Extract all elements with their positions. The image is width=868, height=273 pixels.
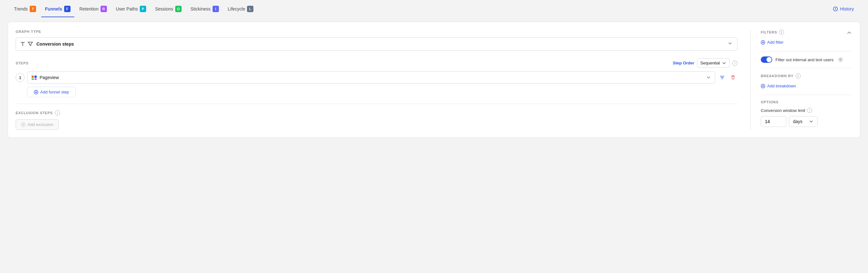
step-order-label: Step Order xyxy=(673,61,694,65)
add-step-plus-icon xyxy=(34,90,38,94)
svg-rect-2 xyxy=(34,76,37,78)
breakdown-title: BREAKDOWN BY xyxy=(761,74,794,78)
filters-header: FILTERS i xyxy=(761,30,852,35)
nav-label-sessions: Sessions xyxy=(155,6,173,11)
nav-label-trends: Trends xyxy=(14,6,28,11)
nav-badge-funnels: F xyxy=(64,6,70,12)
filters-section: FILTERS i Add filter Filter out internal… xyxy=(761,30,852,63)
add-exclusion-plus-icon xyxy=(21,123,26,127)
top-nav: Trends T Funnels F Retention R User Path… xyxy=(0,0,868,18)
nav-badge-stickiness: I xyxy=(213,6,219,12)
exclusion-header: EXCLUSION STEPS i xyxy=(16,110,738,115)
internal-users-toggle-row: Filter out internal and test users xyxy=(761,57,852,63)
nav-label-funnels: Funnels xyxy=(45,6,62,11)
window-unit-value: days xyxy=(793,119,803,124)
nav-item-stickiness[interactable]: Stickiness I xyxy=(187,4,223,14)
filters-title: FILTERS xyxy=(761,30,777,34)
panel: GRAPH TYPE ⊤ Conversion steps xyxy=(8,22,860,138)
exclusion-steps-section: EXCLUSION STEPS i Add exclusion xyxy=(16,110,738,130)
graph-type-selected: Conversion steps xyxy=(36,41,74,46)
internal-users-toggle[interactable] xyxy=(761,57,772,63)
graph-type-dropdown[interactable]: ⊤ Conversion steps xyxy=(16,37,738,51)
internal-users-label: Filter out internal and test users xyxy=(775,58,834,62)
window-unit-chevron-icon xyxy=(809,119,813,124)
add-exclusion-button: Add exclusion xyxy=(16,119,59,130)
step-order-value: Sequential xyxy=(701,61,720,65)
add-filter-button[interactable]: Add filter xyxy=(761,39,783,46)
breakdown-section: BREAKDOWN BY i Add breakdown xyxy=(761,73,852,90)
nav-badge-retention: R xyxy=(100,6,107,12)
nav-label-userpaths: User Paths xyxy=(116,6,138,11)
nav-badge-userpaths: P xyxy=(140,6,146,12)
nav-badge-sessions: O xyxy=(175,6,182,12)
nav-label-lifecycle: Lifecycle xyxy=(228,6,245,11)
graph-type-section: GRAPH TYPE ⊤ Conversion steps xyxy=(16,30,738,51)
breakdown-divider xyxy=(761,68,852,68)
history-clock-icon xyxy=(833,6,838,11)
graph-type-chevron-icon xyxy=(727,41,733,47)
add-funnel-step-button[interactable]: Add funnel step xyxy=(27,87,75,97)
add-exclusion-label: Add exclusion xyxy=(27,122,53,127)
add-filter-label: Add filter xyxy=(767,40,783,45)
left-section: GRAPH TYPE ⊤ Conversion steps xyxy=(16,30,738,130)
step-order-info-icon[interactable]: i xyxy=(733,61,738,66)
graph-type-left: ⊤ Conversion steps xyxy=(21,41,74,47)
step-1-event-name: Pageview xyxy=(39,75,59,80)
nav-item-retention[interactable]: Retention R xyxy=(75,4,111,14)
step-order-chevron-icon xyxy=(722,61,726,65)
main-content: GRAPH TYPE ⊤ Conversion steps xyxy=(0,18,868,145)
steps-title: STEPS xyxy=(16,61,28,65)
step-1-delete-button[interactable] xyxy=(728,73,738,82)
step-1-event-dropdown[interactable]: Pageview xyxy=(27,71,715,83)
exclusion-info-icon[interactable]: i xyxy=(55,110,60,115)
add-filter-plus-icon xyxy=(761,40,765,45)
pageview-event-icon xyxy=(31,75,37,80)
step-row-1: 1 Pageview xyxy=(16,71,738,83)
svg-point-8 xyxy=(840,59,841,61)
svg-rect-3 xyxy=(32,78,34,80)
step-1-actions xyxy=(718,73,738,82)
step-1-filter-button[interactable] xyxy=(718,73,726,82)
step-number-1: 1 xyxy=(16,73,25,82)
conversion-window-unit-dropdown[interactable]: days xyxy=(789,116,817,127)
nav-label-retention: Retention xyxy=(80,6,99,11)
conversion-window-info-icon[interactable]: i xyxy=(807,108,812,113)
nav-history-button[interactable]: History xyxy=(829,4,858,13)
nav-item-trends[interactable]: Trends T xyxy=(10,4,40,14)
collapse-button[interactable] xyxy=(846,30,852,37)
conversion-steps-icon xyxy=(27,41,33,47)
steps-section: STEPS Step Order Sequential i xyxy=(16,58,738,97)
add-breakdown-button[interactable]: Add breakdown xyxy=(761,82,796,90)
options-divider xyxy=(761,95,852,95)
graph-type-title: GRAPH TYPE xyxy=(16,30,738,33)
nav-item-userpaths[interactable]: User Paths P xyxy=(112,4,150,14)
settings-gear-icon[interactable] xyxy=(838,57,843,62)
step-1-chevron-icon xyxy=(706,75,711,80)
nav-label-stickiness: Stickiness xyxy=(190,6,211,11)
options-title: OPTIONS xyxy=(761,100,852,104)
svg-rect-1 xyxy=(32,76,34,78)
steps-divider xyxy=(16,104,738,104)
nav-item-funnels[interactable]: Funnels F xyxy=(41,4,74,14)
nav-item-sessions[interactable]: Sessions O xyxy=(151,4,185,14)
svg-rect-4 xyxy=(34,78,37,80)
add-breakdown-label: Add breakdown xyxy=(767,83,796,88)
nav-item-lifecycle[interactable]: Lifecycle L xyxy=(224,4,257,14)
funnel-filter-icon: ⊤ xyxy=(21,41,25,47)
nav-badge-lifecycle: L xyxy=(247,6,253,12)
window-inputs: days xyxy=(761,116,852,127)
add-step-label: Add funnel step xyxy=(40,90,69,94)
step-order-area: Step Order Sequential i xyxy=(673,58,738,68)
add-breakdown-plus-icon xyxy=(761,84,765,88)
nav-badge-trends: T xyxy=(30,6,36,12)
right-section: FILTERS i Add filter Filter out internal… xyxy=(750,30,852,130)
conversion-window-label: Conversion window limit i xyxy=(761,108,852,113)
steps-header: STEPS Step Order Sequential i xyxy=(16,58,738,68)
step-order-dropdown[interactable]: Sequential xyxy=(697,58,730,68)
options-section: OPTIONS Conversion window limit i days xyxy=(761,100,852,127)
breakdown-info-icon[interactable]: i xyxy=(796,73,801,78)
filters-divider xyxy=(761,51,852,52)
exclusion-title: EXCLUSION STEPS xyxy=(16,111,53,115)
conversion-window-number-input[interactable] xyxy=(761,116,786,127)
filters-info-icon[interactable]: i xyxy=(779,30,784,35)
